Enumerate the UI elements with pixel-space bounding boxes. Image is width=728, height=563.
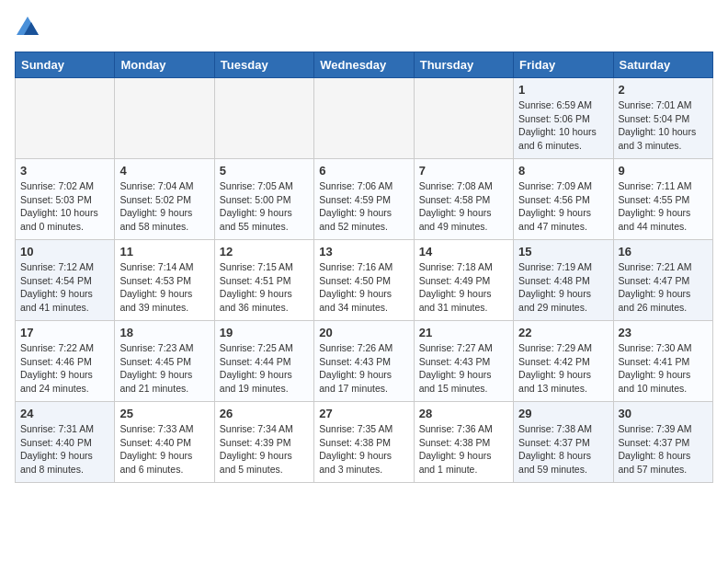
day-number: 1 bbox=[518, 83, 608, 97]
calendar-day bbox=[214, 78, 313, 159]
logo bbox=[15, 15, 44, 40]
day-number: 19 bbox=[220, 326, 309, 339]
day-number: 14 bbox=[419, 245, 508, 259]
day-number: 30 bbox=[619, 407, 708, 420]
calendar-day: 20Sunrise: 7:26 AM Sunset: 4:43 PM Dayli… bbox=[314, 321, 414, 402]
calendar-day: 12Sunrise: 7:15 AM Sunset: 4:51 PM Dayli… bbox=[214, 240, 313, 321]
weekday-header: Friday bbox=[514, 52, 613, 78]
day-number: 11 bbox=[119, 245, 209, 259]
day-number: 6 bbox=[319, 164, 408, 178]
day-number: 8 bbox=[518, 164, 608, 178]
day-number: 10 bbox=[20, 245, 109, 259]
calendar-day: 4Sunrise: 7:04 AM Sunset: 5:02 PM Daylig… bbox=[115, 159, 214, 240]
day-number: 5 bbox=[220, 164, 309, 178]
calendar-day bbox=[314, 78, 414, 159]
day-info: Sunrise: 7:11 AM Sunset: 4:55 PM Dayligh… bbox=[619, 179, 708, 234]
calendar-day: 25Sunrise: 7:33 AM Sunset: 4:40 PM Dayli… bbox=[115, 402, 214, 483]
calendar-day: 5Sunrise: 7:05 AM Sunset: 5:00 PM Daylig… bbox=[214, 159, 313, 240]
weekday-header: Sunday bbox=[16, 52, 115, 78]
calendar-day: 30Sunrise: 7:39 AM Sunset: 4:37 PM Dayli… bbox=[613, 402, 712, 483]
day-number: 28 bbox=[419, 407, 508, 420]
day-info: Sunrise: 7:25 AM Sunset: 4:44 PM Dayligh… bbox=[220, 341, 309, 396]
day-info: Sunrise: 7:38 AM Sunset: 4:37 PM Dayligh… bbox=[518, 422, 608, 477]
calendar-week: 10Sunrise: 7:12 AM Sunset: 4:54 PM Dayli… bbox=[16, 240, 713, 321]
calendar-week: 24Sunrise: 7:31 AM Sunset: 4:40 PM Dayli… bbox=[16, 402, 713, 483]
calendar-week: 17Sunrise: 7:22 AM Sunset: 4:46 PM Dayli… bbox=[16, 321, 713, 402]
day-info: Sunrise: 7:22 AM Sunset: 4:46 PM Dayligh… bbox=[20, 341, 109, 396]
day-info: Sunrise: 7:26 AM Sunset: 4:43 PM Dayligh… bbox=[319, 341, 408, 396]
day-info: Sunrise: 7:35 AM Sunset: 4:38 PM Dayligh… bbox=[319, 422, 408, 477]
day-info: Sunrise: 7:15 AM Sunset: 4:51 PM Dayligh… bbox=[220, 260, 309, 315]
calendar-day: 15Sunrise: 7:19 AM Sunset: 4:48 PM Dayli… bbox=[514, 240, 613, 321]
day-number: 3 bbox=[20, 164, 109, 178]
calendar-day: 16Sunrise: 7:21 AM Sunset: 4:47 PM Dayli… bbox=[613, 240, 712, 321]
day-number: 4 bbox=[119, 164, 209, 178]
day-info: Sunrise: 7:39 AM Sunset: 4:37 PM Dayligh… bbox=[619, 422, 708, 477]
calendar-day: 18Sunrise: 7:23 AM Sunset: 4:45 PM Dayli… bbox=[115, 321, 214, 402]
day-info: Sunrise: 7:16 AM Sunset: 4:50 PM Dayligh… bbox=[319, 260, 408, 315]
day-number: 25 bbox=[119, 407, 209, 420]
day-info: Sunrise: 7:04 AM Sunset: 5:02 PM Dayligh… bbox=[119, 179, 209, 234]
day-number: 12 bbox=[220, 245, 309, 259]
day-info: Sunrise: 7:05 AM Sunset: 5:00 PM Dayligh… bbox=[220, 179, 309, 234]
day-info: Sunrise: 7:14 AM Sunset: 4:53 PM Dayligh… bbox=[119, 260, 209, 315]
day-info: Sunrise: 7:23 AM Sunset: 4:45 PM Dayligh… bbox=[119, 341, 209, 396]
weekday-header: Saturday bbox=[613, 52, 712, 78]
day-number: 7 bbox=[419, 164, 508, 178]
day-info: Sunrise: 7:19 AM Sunset: 4:48 PM Dayligh… bbox=[518, 260, 608, 315]
day-number: 20 bbox=[319, 326, 408, 339]
day-number: 13 bbox=[319, 245, 408, 259]
day-info: Sunrise: 7:29 AM Sunset: 4:42 PM Dayligh… bbox=[518, 341, 608, 396]
weekday-header: Wednesday bbox=[314, 52, 414, 78]
calendar-body: 1Sunrise: 6:59 AM Sunset: 5:06 PM Daylig… bbox=[16, 78, 713, 483]
calendar-day: 13Sunrise: 7:16 AM Sunset: 4:50 PM Dayli… bbox=[314, 240, 414, 321]
day-number: 17 bbox=[20, 326, 109, 339]
calendar-week: 3Sunrise: 7:02 AM Sunset: 5:03 PM Daylig… bbox=[16, 159, 713, 240]
day-info: Sunrise: 7:21 AM Sunset: 4:47 PM Dayligh… bbox=[619, 260, 708, 315]
weekday-header: Tuesday bbox=[214, 52, 313, 78]
day-info: Sunrise: 7:02 AM Sunset: 5:03 PM Dayligh… bbox=[20, 179, 109, 234]
day-info: Sunrise: 7:36 AM Sunset: 4:38 PM Dayligh… bbox=[419, 422, 508, 477]
day-info: Sunrise: 6:59 AM Sunset: 5:06 PM Dayligh… bbox=[518, 98, 608, 153]
day-info: Sunrise: 7:33 AM Sunset: 4:40 PM Dayligh… bbox=[119, 422, 209, 477]
day-number: 26 bbox=[220, 407, 309, 420]
calendar-day: 21Sunrise: 7:27 AM Sunset: 4:43 PM Dayli… bbox=[414, 321, 513, 402]
day-info: Sunrise: 7:09 AM Sunset: 4:56 PM Dayligh… bbox=[518, 179, 608, 234]
calendar-day: 7Sunrise: 7:08 AM Sunset: 4:58 PM Daylig… bbox=[414, 159, 513, 240]
day-info: Sunrise: 7:27 AM Sunset: 4:43 PM Dayligh… bbox=[419, 341, 508, 396]
day-info: Sunrise: 7:31 AM Sunset: 4:40 PM Dayligh… bbox=[20, 422, 109, 477]
calendar-day bbox=[16, 78, 115, 159]
day-number: 21 bbox=[419, 326, 508, 339]
calendar-day bbox=[115, 78, 214, 159]
day-info: Sunrise: 7:34 AM Sunset: 4:39 PM Dayligh… bbox=[220, 422, 309, 477]
day-info: Sunrise: 7:30 AM Sunset: 4:41 PM Dayligh… bbox=[619, 341, 708, 396]
calendar-day: 10Sunrise: 7:12 AM Sunset: 4:54 PM Dayli… bbox=[16, 240, 115, 321]
calendar-week: 1Sunrise: 6:59 AM Sunset: 5:06 PM Daylig… bbox=[16, 78, 713, 159]
calendar-day: 19Sunrise: 7:25 AM Sunset: 4:44 PM Dayli… bbox=[214, 321, 313, 402]
calendar-day: 26Sunrise: 7:34 AM Sunset: 4:39 PM Dayli… bbox=[214, 402, 313, 483]
calendar-table: SundayMondayTuesdayWednesdayThursdayFrid… bbox=[15, 52, 713, 483]
calendar-day: 24Sunrise: 7:31 AM Sunset: 4:40 PM Dayli… bbox=[16, 402, 115, 483]
calendar-day: 3Sunrise: 7:02 AM Sunset: 5:03 PM Daylig… bbox=[16, 159, 115, 240]
calendar-day: 23Sunrise: 7:30 AM Sunset: 4:41 PM Dayli… bbox=[613, 321, 712, 402]
calendar-day: 28Sunrise: 7:36 AM Sunset: 4:38 PM Dayli… bbox=[414, 402, 513, 483]
calendar-day: 14Sunrise: 7:18 AM Sunset: 4:49 PM Dayli… bbox=[414, 240, 513, 321]
day-number: 16 bbox=[619, 245, 708, 259]
day-number: 24 bbox=[20, 407, 109, 420]
day-number: 9 bbox=[619, 164, 708, 178]
weekday-header: Thursday bbox=[414, 52, 513, 78]
day-info: Sunrise: 7:01 AM Sunset: 5:04 PM Dayligh… bbox=[619, 98, 708, 153]
day-info: Sunrise: 7:18 AM Sunset: 4:49 PM Dayligh… bbox=[419, 260, 508, 315]
calendar-header: SundayMondayTuesdayWednesdayThursdayFrid… bbox=[16, 52, 713, 78]
calendar-day: 29Sunrise: 7:38 AM Sunset: 4:37 PM Dayli… bbox=[514, 402, 613, 483]
calendar-day: 22Sunrise: 7:29 AM Sunset: 4:42 PM Dayli… bbox=[514, 321, 613, 402]
calendar-day: 11Sunrise: 7:14 AM Sunset: 4:53 PM Dayli… bbox=[115, 240, 214, 321]
day-number: 15 bbox=[518, 245, 608, 259]
calendar-day: 17Sunrise: 7:22 AM Sunset: 4:46 PM Dayli… bbox=[16, 321, 115, 402]
weekday-header: Monday bbox=[115, 52, 214, 78]
day-number: 27 bbox=[319, 407, 408, 420]
calendar-day bbox=[414, 78, 513, 159]
calendar-day: 1Sunrise: 6:59 AM Sunset: 5:06 PM Daylig… bbox=[514, 78, 613, 159]
day-info: Sunrise: 7:06 AM Sunset: 4:59 PM Dayligh… bbox=[319, 179, 408, 234]
calendar-day: 6Sunrise: 7:06 AM Sunset: 4:59 PM Daylig… bbox=[314, 159, 414, 240]
